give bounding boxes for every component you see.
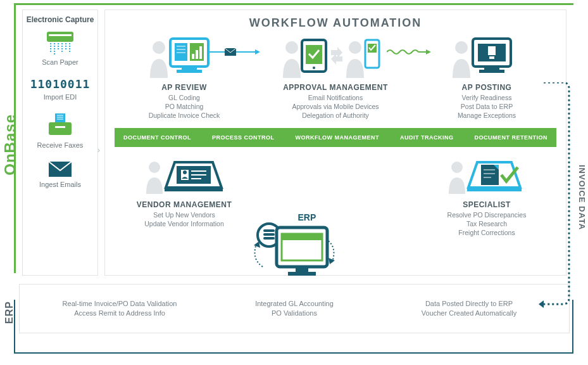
onbase-label: OnBase	[1, 114, 19, 176]
block-line: Tax Research	[423, 219, 550, 228]
ap-posting-icon	[423, 35, 550, 79]
svg-point-30	[313, 67, 315, 69]
block-line: Manage Exceptions	[423, 111, 550, 120]
svg-rect-71	[296, 267, 308, 272]
capture-title: Electronic Capture	[25, 15, 95, 24]
capture-item-import-edi: 11010011 Import EDI	[25, 77, 95, 101]
block-line: PO Matching	[121, 102, 247, 111]
block-line: Set Up New Vendors	[121, 210, 247, 219]
block-line: Approvals via Mobile Devices	[263, 102, 408, 111]
svg-point-47	[149, 162, 160, 173]
svg-marker-63	[328, 258, 335, 264]
erp-line: Integrated GL Accounting	[228, 299, 361, 309]
specialist-icon	[423, 156, 550, 196]
erp-badge: ERP	[298, 212, 316, 222]
block-line: Duplicate Invoice Check	[121, 111, 247, 120]
svg-rect-23	[196, 50, 198, 59]
erp-footer-box: Real-time Invoice/PO Data Validation Acc…	[19, 284, 570, 333]
block-title: AP POSTING	[423, 83, 550, 92]
bar-item: DOCUMENT CONTROL	[123, 134, 191, 141]
ap-posting-block: AP POSTING Verify Readiness Post Data to…	[423, 35, 550, 120]
capture-item-scan-paper: Scan Paper	[25, 30, 95, 66]
svg-rect-29	[306, 45, 322, 64]
svg-rect-22	[192, 54, 194, 59]
fax-icon	[25, 112, 95, 139]
svg-point-15	[153, 41, 165, 54]
block-line: GL Coding	[121, 93, 247, 102]
block-line: Update Vendor Information	[121, 219, 247, 228]
erp-line: Access Remit to Address Info	[53, 309, 186, 318]
svg-rect-54	[165, 188, 223, 191]
electronic-capture-panel: Electronic Capture Scan Paper 11010011 I…	[22, 10, 98, 276]
block-title: SPECIALIST	[423, 200, 550, 209]
block-line: Freight Corrections	[423, 228, 550, 237]
bar-item: AUDIT TRACKING	[400, 134, 454, 141]
workflow-title: WORKFLOW AUTOMATION	[115, 16, 556, 30]
workflow-top-row: AP REVIEW GL Coding PO Matching Duplicat…	[115, 35, 556, 120]
capture-label: Import EDI	[25, 93, 95, 101]
block-title: APPROVAL MANAGEMENT	[263, 83, 408, 92]
svg-rect-56	[481, 165, 499, 185]
svg-point-34	[455, 41, 468, 54]
vendor-icon	[121, 156, 247, 196]
erp-line: PO Validations	[228, 309, 361, 318]
svg-rect-0	[47, 32, 73, 42]
envelope-icon	[25, 160, 95, 178]
svg-rect-37	[488, 46, 496, 55]
svg-rect-1	[49, 34, 72, 36]
scanner-icon	[25, 30, 95, 56]
ap-review-icon	[121, 35, 247, 79]
bar-item: WORKFLOW MANAGEMENT	[296, 134, 379, 141]
capture-item-receive-faxes: Receive Faxes	[25, 112, 95, 149]
svg-marker-46	[426, 49, 431, 54]
capture-label: Ingest Emails	[25, 181, 95, 188]
erp-col-3: Data Posted Directly to ERP Voucher Crea…	[403, 299, 535, 318]
wavy-arrow-icon	[387, 47, 431, 57]
erp-col-2: Integrated GL Accounting PO Validations	[228, 299, 361, 318]
edi-icon: 11010011	[25, 77, 95, 91]
erp-line: Voucher Created Automatically	[403, 309, 535, 318]
svg-point-55	[451, 162, 463, 173]
capture-item-ingest-emails: Ingest Emails	[25, 160, 95, 188]
svg-rect-65	[263, 229, 275, 232]
svg-rect-61	[467, 188, 522, 191]
svg-rect-12	[49, 122, 72, 135]
block-title: VENDOR MANAGEMENT	[121, 200, 247, 209]
chevron-right-icon: ›	[97, 146, 100, 155]
block-line: Verify Readiness	[423, 93, 550, 102]
capture-label: Receive Faxes	[25, 141, 95, 149]
vendor-management-block: VENDOR MANAGEMENT Set Up New Vendors Upd…	[121, 156, 247, 238]
email-arrow-icon	[210, 47, 260, 57]
svg-rect-8	[55, 113, 65, 122]
svg-rect-66	[263, 233, 275, 236]
erp-center-icon: ERP	[244, 212, 345, 288]
svg-rect-72	[288, 272, 316, 276]
bar-item: DOCUMENT RETENTION	[475, 134, 548, 141]
erp-label: ERP	[4, 301, 15, 324]
svg-rect-17	[175, 43, 187, 61]
svg-rect-67	[263, 237, 275, 240]
svg-point-27	[285, 41, 298, 54]
svg-marker-44	[255, 49, 260, 54]
svg-rect-26	[177, 70, 202, 73]
control-bar: DOCUMENT CONTROL PROCESS CONTROL WORKFLO…	[115, 128, 556, 147]
svg-rect-39	[484, 67, 499, 70]
erp-col-1: Real-time Invoice/PO Data Validation Acc…	[53, 299, 186, 318]
erp-line: Data Posted Directly to ERP	[403, 299, 535, 309]
block-line: Resolve PO Discrepancies	[423, 210, 550, 219]
svg-rect-70	[282, 234, 322, 240]
specialist-block: SPECIALIST Resolve PO Discrepancies Tax …	[423, 156, 550, 238]
block-title: AP REVIEW	[121, 83, 247, 92]
svg-rect-25	[182, 67, 197, 70]
bar-item: PROCESS CONTROL	[212, 134, 275, 141]
erp-line: Real-time Invoice/PO Data Validation	[53, 299, 186, 309]
block-line: Post Data to ERP	[423, 102, 550, 111]
invoice-data-label: INVOICE DATA	[577, 165, 587, 230]
svg-rect-38	[489, 56, 494, 59]
block-line: Delegation of Authority	[263, 111, 408, 120]
svg-rect-13	[55, 126, 65, 128]
svg-point-31	[349, 41, 361, 54]
svg-rect-40	[479, 70, 504, 73]
capture-label: Scan Paper	[25, 58, 95, 66]
svg-point-50	[183, 170, 187, 174]
